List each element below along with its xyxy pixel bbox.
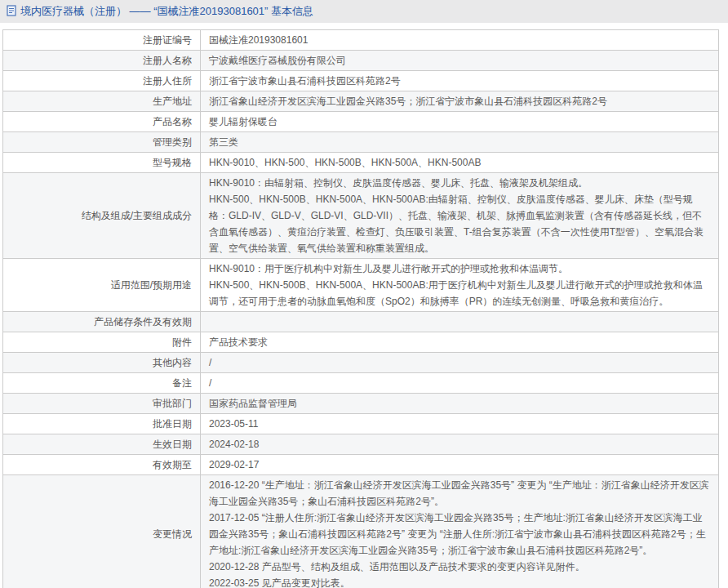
row-label: 备注 [3, 373, 201, 394]
table-row: 注册人住所浙江省宁波市象山县石浦科技园区科苑路2号 [3, 71, 719, 91]
row-value: 宁波戴维医疗器械股份有限公司 [201, 51, 719, 71]
row-label: 变更情况 [3, 475, 201, 588]
row-label: 产品名称 [3, 112, 201, 132]
row-value: 2029-02-17 [201, 455, 719, 475]
registration-table: 注册证编号国械注准20193081601注册人名称宁波戴维医疗器械股份有限公司注… [2, 29, 719, 588]
row-label: 型号规格 [3, 153, 201, 173]
row-value: 第三类 [201, 132, 719, 153]
row-label: 适用范围/预期用途 [3, 259, 201, 312]
table-row: 审批部门国家药品监督管理局 [3, 394, 719, 414]
row-label: 生产地址 [3, 91, 201, 112]
table-row: 适用范围/预期用途HKN-9010：用于医疗机构中对新生儿及婴儿进行敞开式的护理… [3, 259, 719, 312]
row-value: 国家药品监督管理局 [201, 394, 719, 414]
row-value: HKN-9010、HKN-500、HKN-500B、HKN-500A、HKN-5… [201, 153, 719, 173]
table-row: 其他内容/ [3, 353, 719, 373]
row-label: 附件 [3, 332, 201, 353]
row-label: 其他内容 [3, 353, 201, 373]
row-label: 结构及组成/主要组成成分 [3, 173, 201, 259]
table-row: 产品名称婴儿辐射保暖台 [3, 112, 719, 132]
row-value: 国械注准20193081601 [201, 30, 719, 51]
table-row: 注册证编号国械注准20193081601 [3, 30, 719, 51]
row-label: 生效日期 [3, 434, 201, 455]
table-row: 批准日期2023-05-11 [3, 414, 719, 434]
row-value: HKN-9010：由辐射箱、控制仪、皮肤温度传感器、婴儿床、托盘、输液架及机架组… [201, 173, 719, 259]
row-value: / [201, 353, 719, 373]
row-value: 浙江省宁波市象山县石浦科技园区科苑路2号 [201, 71, 719, 91]
row-label: 注册人住所 [3, 71, 201, 91]
row-label: 管理类别 [3, 132, 201, 153]
row-label: 批准日期 [3, 414, 201, 434]
table-row: 生效日期2024-02-18 [3, 434, 719, 455]
row-label: 注册人名称 [3, 51, 201, 71]
row-value: 2016-12-20 “生产地址：浙江省象山经济开发区滨海工业园金兴路35号” … [201, 475, 719, 588]
row-value: 2024-02-18 [201, 434, 719, 455]
document-icon [7, 5, 16, 19]
registration-table-body: 注册证编号国械注准20193081601注册人名称宁波戴维医疗器械股份有限公司注… [3, 30, 719, 588]
row-label: 有效期至 [3, 455, 201, 475]
row-value: HKN-9010：用于医疗机构中对新生儿及婴儿进行敞开式的护理或抢救和体温调节。… [201, 259, 719, 312]
table-row: 附件产品技术要求 [3, 332, 719, 353]
table-row: 有效期至2029-02-17 [3, 455, 719, 475]
header-bar: 境内医疗器械（注册） —— “国械注准20193081601” 基本信息 [0, 0, 728, 23]
table-row: 注册人名称宁波戴维医疗器械股份有限公司 [3, 51, 719, 71]
row-value [201, 312, 719, 332]
table-row: 管理类别第三类 [3, 132, 719, 153]
table-row: 备注/ [3, 373, 719, 394]
page-title: 境内医疗器械（注册） —— “国械注准20193081601” 基本信息 [20, 4, 313, 19]
row-value: 婴儿辐射保暖台 [201, 112, 719, 132]
row-label: 审批部门 [3, 394, 201, 414]
row-value: 产品技术要求 [201, 332, 719, 353]
table-row: 产品储存条件及有效期 [3, 312, 719, 332]
table-row: 变更情况2016-12-20 “生产地址：浙江省象山经济开发区滨海工业园金兴路3… [3, 475, 719, 588]
table-row: 生产地址浙江省象山经济开发区滨海工业园金兴路35号；浙江省宁波市象山县石浦科技园… [3, 91, 719, 112]
table-row: 结构及组成/主要组成成分HKN-9010：由辐射箱、控制仪、皮肤温度传感器、婴儿… [3, 173, 719, 259]
table-row: 型号规格HKN-9010、HKN-500、HKN-500B、HKN-500A、H… [3, 153, 719, 173]
row-value: 2023-05-11 [201, 414, 719, 434]
row-value: / [201, 373, 719, 394]
row-label: 产品储存条件及有效期 [3, 312, 201, 332]
row-value: 浙江省象山经济开发区滨海工业园金兴路35号；浙江省宁波市象山县石浦科技园区科苑路… [201, 91, 719, 112]
row-label: 注册证编号 [3, 30, 201, 51]
